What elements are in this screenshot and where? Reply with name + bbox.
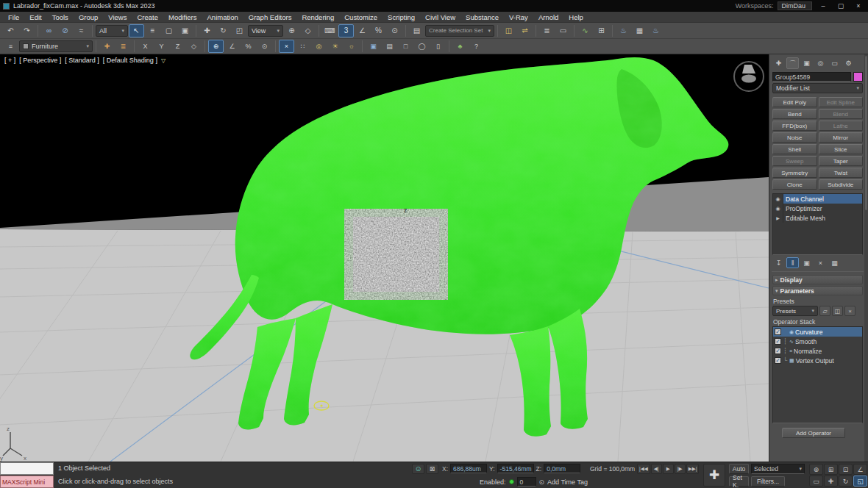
menu-scripting[interactable]: Scripting <box>383 12 420 23</box>
menu-vray[interactable]: V-Ray <box>504 12 533 23</box>
select-and-scale-icon[interactable]: ◰ <box>232 24 247 37</box>
tab-create-icon[interactable]: ✚ <box>772 57 785 69</box>
reference-coordinate-combo[interactable]: View ▾ <box>248 25 283 37</box>
tab-modify-icon[interactable]: ⌒ <box>786 57 799 69</box>
curve-editor-icon[interactable]: ∿ <box>577 24 593 37</box>
make-unique-icon[interactable]: ▣ <box>800 257 813 268</box>
menu-views[interactable]: Views <box>103 12 132 23</box>
visibility-eye-icon[interactable]: ◉ <box>773 194 783 204</box>
angle-snap-icon[interactable]: ∠ <box>355 24 370 37</box>
remove-modifier-icon[interactable]: × <box>814 257 827 268</box>
add-time-tag-button[interactable]: Add Time Tag <box>547 478 588 486</box>
rendered-frame-window-icon[interactable]: ▦ <box>632 24 647 37</box>
toggle-ribbon-icon[interactable]: ▭ <box>555 24 571 37</box>
scene-explorer-icon[interactable]: ≡ <box>3 40 18 53</box>
save-preset-icon[interactable]: ◫ <box>832 306 843 316</box>
select-and-move-icon[interactable]: ✚ <box>199 24 215 37</box>
mirror-icon[interactable]: ◫ <box>501 24 516 37</box>
create-new-layer-icon[interactable]: ✚ <box>99 40 115 53</box>
menu-animation[interactable]: Animation <box>202 12 243 23</box>
modifier-btn-subdivide[interactable]: Subdivide <box>819 179 864 190</box>
show-end-result-icon[interactable]: ‖ <box>786 257 799 268</box>
foliage-tree-icon[interactable]: ♣ <box>452 40 468 53</box>
operator-checkbox[interactable]: ✓ <box>775 357 781 364</box>
manage-layers-icon[interactable]: ≣ <box>115 40 131 53</box>
use-pivot-center-icon[interactable]: ⊕ <box>284 24 299 37</box>
operator-smooth[interactable]: ✓ ┆ ∿ Smooth <box>773 337 862 346</box>
menu-create[interactable]: Create <box>132 12 163 23</box>
torus-icon[interactable]: ◯ <box>414 40 430 53</box>
modifier-btn-twist[interactable]: Twist <box>819 168 864 178</box>
restrict-plane-icon[interactable]: ◇ <box>186 40 202 53</box>
stack-item-data-channel[interactable]: ◉ Data Channel <box>773 194 862 204</box>
restrict-z-icon[interactable]: Z <box>170 40 185 53</box>
undo-icon[interactable]: ↶ <box>3 24 18 37</box>
help-icon[interactable]: ? <box>469 40 484 53</box>
presets-combo[interactable]: Presets ▾ <box>772 306 818 316</box>
modifier-btn-lathe[interactable]: Lathe <box>819 121 864 131</box>
modifier-btn-shell[interactable]: Shell <box>772 144 817 154</box>
select-by-name-icon[interactable]: ≡ <box>145 24 160 37</box>
use-selection-center-icon[interactable]: ⊕ <box>208 40 224 53</box>
zoom-icon[interactable]: ⊕ <box>809 464 823 475</box>
snap-toggle-icon[interactable]: 3 <box>338 24 354 37</box>
percent-snap-icon[interactable]: % <box>371 24 386 37</box>
select-and-manipulate-icon[interactable]: ◇ <box>300 24 316 37</box>
ambient-light-icon[interactable]: ☼ <box>344 40 359 53</box>
modifier-list-combo[interactable]: Modifier List ▾ <box>772 83 863 93</box>
geometry-box-icon[interactable]: □ <box>398 40 413 53</box>
selection-set-key-combo[interactable]: Selected ▾ <box>751 464 805 474</box>
menu-edit[interactable]: Edit <box>24 12 46 23</box>
modifier-btn-noise[interactable]: Noise <box>772 132 817 143</box>
set-key-button[interactable]: Set K. <box>729 476 749 487</box>
keyboard-override-icon[interactable]: ⌨ <box>322 24 338 37</box>
align-icon[interactable]: ⇌ <box>517 24 533 37</box>
modifier-btn-ffd-box[interactable]: FFD(box) <box>772 121 817 131</box>
lightbulb-icon[interactable]: ◎ <box>311 40 327 53</box>
viewport-menu-renderer[interactable]: [ Standard ] <box>65 57 99 64</box>
panel-scrollbar[interactable] <box>864 54 868 462</box>
named-selection-sets-combo[interactable]: Create Selection Set ▾ <box>425 25 494 37</box>
menu-tools[interactable]: Tools <box>47 12 74 23</box>
auto-key-button[interactable]: Auto <box>729 464 749 474</box>
xview-icon[interactable]: × <box>279 40 294 53</box>
schematic-view-icon[interactable]: ⊞ <box>594 24 609 37</box>
object-name-field[interactable]: Group54589 <box>772 72 851 82</box>
zoom-all-icon[interactable]: ⊞ <box>824 464 838 475</box>
operator-checkbox[interactable]: ✓ <box>775 348 781 354</box>
menu-substance[interactable]: Substance <box>460 12 504 23</box>
modifier-btn-edit-poly[interactable]: Edit Poly <box>772 97 817 107</box>
restrict-x-icon[interactable]: X <box>138 40 153 53</box>
modifier-btn-mirror[interactable]: Mirror <box>819 132 864 143</box>
close-button[interactable]: × <box>852 1 865 11</box>
film-strip-icon[interactable]: ▤ <box>382 40 397 53</box>
operator-vertex-output[interactable]: ✓ └ ▦ Vertex Output <box>773 356 862 365</box>
menu-help[interactable]: Help <box>563 12 588 23</box>
tab-motion-icon[interactable]: ◎ <box>814 57 827 69</box>
menu-rendering[interactable]: Rendering <box>296 12 339 23</box>
operator-curvature[interactable]: ✓ ◉ Curvature <box>773 327 862 337</box>
expand-arrow-icon[interactable]: ▶ <box>773 213 783 223</box>
menu-arnold[interactable]: Arnold <box>533 12 563 23</box>
bind-to-spacewarp-icon[interactable]: ≈ <box>74 24 89 37</box>
pin-stack-icon[interactable]: ↧ <box>772 257 785 268</box>
render-production-icon[interactable]: ♨ <box>648 24 664 37</box>
modifier-btn-blend[interactable]: Blend <box>819 109 864 119</box>
viewport-menu-shading[interactable]: [ Default Shading ] <box>103 57 157 64</box>
window-crossing-icon[interactable]: ▣ <box>177 24 193 37</box>
display-rollout[interactable]: ▸ Display <box>772 275 863 284</box>
modifier-btn-symmetry[interactable]: Symmetry <box>772 168 817 178</box>
camera-icon[interactable]: ▣ <box>366 40 381 53</box>
x-coordinate-field[interactable]: 686,88um <box>450 464 487 473</box>
unlink-selection-icon[interactable]: ⊘ <box>57 24 73 37</box>
operator-normalize[interactable]: ✓ ┆ ≡ Normalize <box>773 346 862 356</box>
visibility-eye-icon[interactable]: ◉ <box>773 204 783 213</box>
tab-display-icon[interactable]: ▭ <box>828 57 841 69</box>
orbit-icon[interactable]: ↻ <box>839 476 853 487</box>
parameters-rollout[interactable]: ▾ Parameters <box>772 286 863 295</box>
layer-manager-icon[interactable]: ≣ <box>539 24 555 37</box>
field-of-view-icon[interactable]: ∠ <box>853 464 867 475</box>
modifier-btn-bend[interactable]: Bend <box>772 109 817 119</box>
zoom-region-icon[interactable]: ▭ <box>809 476 823 487</box>
spinner-snap-icon[interactable]: ⊙ <box>387 24 402 37</box>
